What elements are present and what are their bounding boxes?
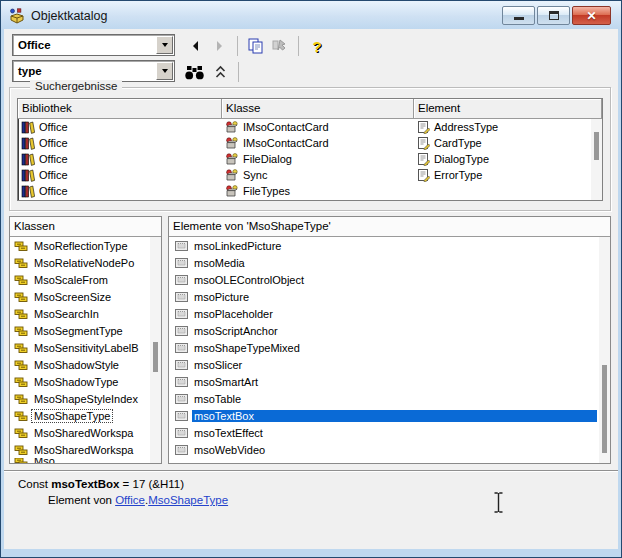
close-icon: ✕ bbox=[586, 10, 596, 22]
list-item[interactable]: MsoSharedWorkspa bbox=[10, 441, 161, 458]
enum-icon bbox=[14, 341, 28, 354]
classes-list: MsoReflectionType MsoRelativeNodePo bbox=[10, 237, 161, 464]
library-link[interactable]: Office bbox=[115, 494, 145, 506]
results-scrollbar-thumb[interactable] bbox=[594, 132, 599, 160]
table-row[interactable]: Office FileTypes bbox=[18, 183, 602, 199]
list-item[interactable]: MsoShadowType bbox=[10, 373, 161, 390]
chevron-down-icon bbox=[162, 69, 168, 73]
toolbar-separator bbox=[238, 62, 239, 82]
list-item[interactable]: MsoShadowStyle bbox=[10, 356, 161, 373]
close-button[interactable]: ✕ bbox=[572, 6, 611, 25]
maximize-button[interactable] bbox=[537, 6, 570, 25]
library-cell: Office bbox=[18, 151, 222, 167]
list-item[interactable]: MsoScaleFrom bbox=[10, 271, 161, 288]
member-name: msoTextBox bbox=[51, 478, 119, 490]
constant-icon bbox=[175, 343, 188, 353]
member-origin: Element von Office.MsoShapeType bbox=[48, 494, 228, 506]
library-icon bbox=[21, 153, 35, 166]
hide-search-results-button[interactable] bbox=[211, 62, 229, 82]
list-item[interactable]: msoMedia bbox=[169, 254, 610, 271]
list-item[interactable]: MsoSensitivityLabelB bbox=[10, 339, 161, 356]
search-results-rows: Office IMsoContactCard bbox=[18, 119, 602, 199]
search-results-group-label: Suchergebnisse bbox=[30, 80, 122, 92]
column-header-element[interactable]: Element bbox=[414, 99, 602, 119]
search-combobox-dropdown-button[interactable] bbox=[156, 62, 173, 80]
list-item[interactable]: msoLinkedPicture bbox=[169, 237, 610, 254]
search-combobox[interactable]: type bbox=[12, 60, 175, 82]
list-item[interactable]: MsoRelativeNodePo bbox=[10, 254, 161, 271]
element-icon bbox=[417, 120, 430, 134]
copy-button[interactable] bbox=[247, 36, 265, 56]
element-cell: DialogType bbox=[414, 151, 602, 167]
table-row[interactable]: Office Sync bbox=[18, 167, 602, 183]
browser-panels: Klassen MsoReflectionType bbox=[9, 216, 611, 464]
list-item[interactable]: msoSmartArt bbox=[169, 373, 610, 390]
constant-icon bbox=[175, 275, 188, 285]
element-icon bbox=[417, 152, 430, 166]
help-icon: ? bbox=[312, 38, 321, 55]
list-item[interactable]: msoWebVideo bbox=[169, 441, 610, 458]
members-scrollbar[interactable] bbox=[599, 237, 610, 463]
enum-icon bbox=[14, 358, 28, 371]
list-item[interactable]: MsoReflectionType bbox=[10, 237, 161, 254]
element-cell: ErrorType bbox=[414, 167, 602, 183]
list-item[interactable]: msoOLEControlObject bbox=[169, 271, 610, 288]
class-link[interactable]: MsoShapeType bbox=[148, 494, 228, 506]
go-back-button[interactable] bbox=[186, 36, 204, 56]
members-scrollbar-thumb[interactable] bbox=[602, 365, 607, 453]
list-item[interactable]: MsoShapeType bbox=[10, 407, 161, 424]
library-combobox-dropdown-button[interactable] bbox=[156, 36, 173, 54]
table-row[interactable]: Office FileDialog bbox=[18, 151, 602, 167]
library-combobox[interactable]: Office bbox=[12, 34, 175, 56]
list-item[interactable]: msoPlaceholder bbox=[169, 305, 610, 322]
back-arrow-icon bbox=[190, 40, 201, 52]
text-cursor-icon bbox=[493, 492, 504, 515]
classes-scrollbar[interactable] bbox=[150, 237, 161, 463]
results-scrollbar[interactable] bbox=[591, 119, 602, 200]
list-item[interactable]: msoSlicer bbox=[169, 356, 610, 373]
list-item[interactable]: msoTable bbox=[169, 390, 610, 407]
members-panel: Elemente von 'MsoShapeType' msoLinkedPic… bbox=[168, 216, 611, 464]
enum-icon bbox=[14, 273, 28, 286]
list-item[interactable]: msoShapeTypeMixed bbox=[169, 339, 610, 356]
table-row[interactable]: Office IMsoContactCard bbox=[18, 119, 602, 135]
column-header-library[interactable]: Bibliothek bbox=[18, 99, 222, 119]
classes-scrollbar-thumb[interactable] bbox=[153, 342, 158, 372]
constant-icon bbox=[175, 360, 188, 370]
list-item[interactable]: Mso bbox=[10, 458, 161, 464]
enum-icon bbox=[14, 443, 28, 456]
search-results-table: Bibliothek Klasse Element bbox=[17, 98, 603, 201]
object-browser-window: Objektkatalog ✕ Office type bbox=[0, 0, 622, 558]
class-icon bbox=[225, 137, 239, 150]
list-item[interactable]: MsoScreenSize bbox=[10, 288, 161, 305]
library-cell: Office bbox=[18, 167, 222, 183]
constant-icon bbox=[175, 377, 188, 387]
table-row[interactable]: Office IMsoContactCard bbox=[18, 135, 602, 151]
list-item[interactable]: msoScriptAnchor bbox=[169, 322, 610, 339]
list-item[interactable]: MsoSharedWorkspa bbox=[10, 424, 161, 441]
toolbar: Office type bbox=[4, 29, 618, 87]
list-item[interactable]: msoTextEffect bbox=[169, 424, 610, 441]
list-item[interactable]: MsoSegmentType bbox=[10, 322, 161, 339]
element-cell: CardType bbox=[414, 135, 602, 151]
help-button[interactable]: ? bbox=[308, 36, 326, 56]
class-icon bbox=[225, 185, 239, 198]
minimize-button[interactable] bbox=[502, 6, 535, 25]
list-item[interactable]: msoTextBox bbox=[169, 407, 610, 424]
element-cell bbox=[414, 183, 602, 199]
list-item[interactable]: msoPicture bbox=[169, 288, 610, 305]
search-button[interactable] bbox=[184, 62, 205, 82]
binoculars-search-icon bbox=[184, 65, 205, 80]
search-combobox-value: type bbox=[13, 65, 156, 77]
list-item[interactable]: MsoSearchIn bbox=[10, 305, 161, 322]
element-icon bbox=[417, 136, 430, 150]
class-cell: IMsoContactCard bbox=[222, 135, 414, 151]
show-definition-button[interactable] bbox=[271, 36, 289, 56]
constant-icon bbox=[175, 292, 188, 302]
go-forward-button[interactable] bbox=[210, 36, 228, 56]
class-cell: FileTypes bbox=[222, 183, 414, 199]
column-header-class[interactable]: Klasse bbox=[222, 99, 414, 119]
list-item[interactable]: MsoShapeStyleIndex bbox=[10, 390, 161, 407]
titlebar[interactable]: Objektkatalog ✕ bbox=[1, 1, 621, 29]
members-list: msoLinkedPicture msoMedia bbox=[169, 237, 610, 464]
